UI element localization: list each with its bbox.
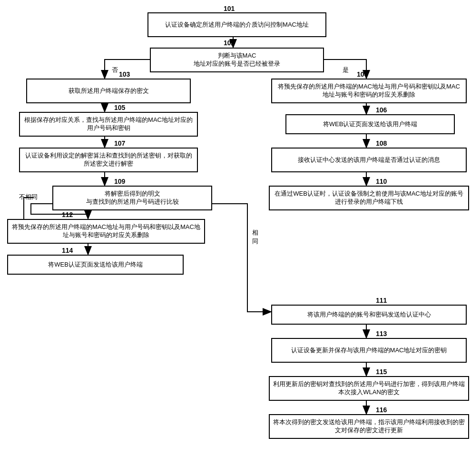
step-num-109: 109 <box>114 178 125 185</box>
step-109-decision: 将解密后得到的明文 与查找到的所述用户号码进行比较 <box>52 186 212 210</box>
step-102-text: 判断与该MAC 地址对应的账号是否已经被登录 <box>194 52 280 68</box>
step-num-103: 103 <box>119 70 130 78</box>
step-num-111: 111 <box>376 297 387 304</box>
step-num-101: 101 <box>224 5 235 12</box>
step-num-114: 114 <box>62 247 73 254</box>
edge-diff: 不相同 <box>19 193 38 201</box>
step-103: 获取所述用户终端保存的密文 <box>26 79 191 103</box>
step-107-text: 认证设备利用设定的解密算法和查找到的所述密钥，对获取的所述密文进行解密 <box>23 152 194 168</box>
step-110: 在通过WEB认证时，认证设备强制之前使用与该MAC地址对应的账号进行登录的用户终… <box>269 186 469 210</box>
step-num-105: 105 <box>114 104 125 111</box>
step-116-text: 将本次得到的密文发送给该用户终端，指示该用户终端利用接收到的密文对保存的密文进行… <box>273 418 465 435</box>
step-109-text: 将解密后得到的明文 与查找到的所述用户号码进行比较 <box>86 190 179 206</box>
step-101: 认证设备确定所述用户终端的介质访问控制MAC地址 <box>147 12 326 37</box>
step-106: 将WEB认证页面发送给该用户终端 <box>285 114 455 134</box>
step-num-110: 110 <box>376 178 387 185</box>
step-114: 将WEB认证页面发送给该用户终端 <box>7 255 184 275</box>
step-105: 根据保存的对应关系，查找与所述用户终端的MAC地址对应的用户号码和密钥 <box>19 112 198 137</box>
step-num-108: 108 <box>376 139 387 147</box>
step-113-text: 认证设备更新并保存与该用户终端的MAC地址对应的密钥 <box>291 347 447 355</box>
step-num-107: 107 <box>114 139 125 147</box>
step-104-text: 将预先保存的所述用户终端的MAC地址与用户号码和密钥以及MAC地址与账号和密码的… <box>275 83 463 99</box>
step-112-text: 将预先保存的所述用户终端的MAC地址与用户号码和密钥以及MAC地址与账号和密码的… <box>11 223 201 239</box>
edge-yes: 是 <box>343 66 349 74</box>
edge-same: 相 同 <box>252 228 258 246</box>
flowchart-canvas: 101 认证设备确定所述用户终端的介质访问控制MAC地址 102 判断与该MAC… <box>5 5 466 471</box>
step-102-decision: 判断与该MAC 地址对应的账号是否已经被登录 <box>150 48 324 72</box>
step-num-115: 115 <box>376 368 387 376</box>
step-num-106: 106 <box>376 106 387 114</box>
step-104: 将预先保存的所述用户终端的MAC地址与用户号码和密钥以及MAC地址与账号和密码的… <box>271 79 467 103</box>
step-111-text: 将该用户终端的的账号和密码发送给认证中心 <box>307 311 431 319</box>
step-110-text: 在通过WEB认证时，认证设备强制之前使用与该MAC地址对应的账号进行登录的用户终… <box>273 190 465 206</box>
step-num-104: 104 <box>357 70 368 78</box>
step-112: 将预先保存的所述用户终端的MAC地址与用户号码和密钥以及MAC地址与账号和密码的… <box>7 219 205 244</box>
step-113: 认证设备更新并保存与该用户终端的MAC地址对应的密钥 <box>271 338 467 363</box>
step-num-112: 112 <box>62 211 73 218</box>
step-108: 接收认证中心发送的该用户终端是否通过认证的消息 <box>271 148 467 172</box>
step-116: 将本次得到的密文发送给该用户终端，指示该用户终端利用接收到的密文对保存的密文进行… <box>269 414 469 439</box>
step-106-text: 将WEB认证页面发送给该用户终端 <box>323 120 418 129</box>
step-105-text: 根据保存的对应关系，查找与所述用户终端的MAC地址对应的用户号码和密钥 <box>23 116 194 132</box>
step-107: 认证设备利用设定的解密算法和查找到的所述密钥，对获取的所述密文进行解密 <box>19 148 198 172</box>
step-115-text: 利用更新后的密钥对查找到的所述用户号码进行加密，得到该用户终端本次接入WLAN的… <box>273 380 465 397</box>
step-num-116: 116 <box>376 406 387 414</box>
step-111: 将该用户终端的的账号和密码发送给认证中心 <box>271 305 467 325</box>
edge-no: 否 <box>112 66 118 74</box>
step-num-102: 102 <box>224 39 235 47</box>
step-num-113: 113 <box>376 330 387 337</box>
step-103-text: 获取所述用户终端保存的密文 <box>69 87 149 95</box>
step-101-text: 认证设备确定所述用户终端的介质访问控制MAC地址 <box>165 21 309 29</box>
step-114-text: 将WEB认证页面发送给该用户终端 <box>48 261 143 269</box>
step-115: 利用更新后的密钥对查找到的所述用户号码进行加密，得到该用户终端本次接入WLAN的… <box>269 376 469 401</box>
step-108-text: 接收认证中心发送的该用户终端是否通过认证的消息 <box>298 156 440 164</box>
